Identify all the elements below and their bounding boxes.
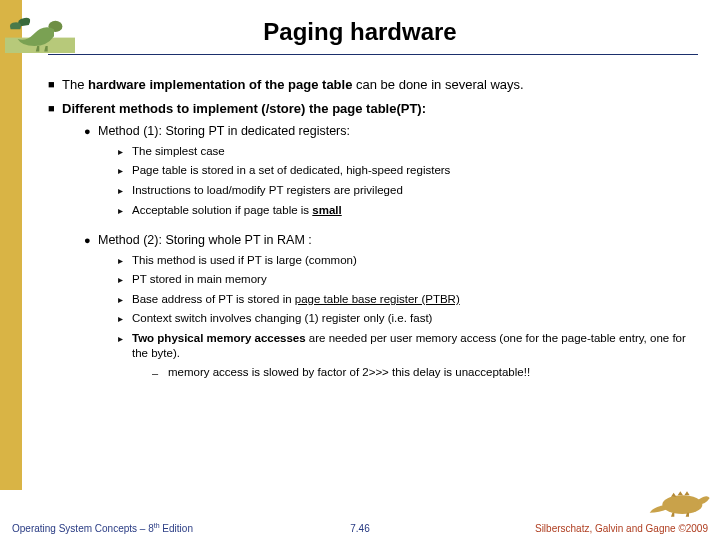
bullet-level2: ● Method (2): Storing whole PT in RAM : [84,232,696,249]
bullet-text: Context switch involves changing (1) reg… [132,311,696,327]
triangle-bullet-icon: ▸ [118,272,132,288]
bullet-text-bold: Different methods to implement (/store) … [62,100,696,118]
bullet-text: Method (1): Storing PT in dedicated regi… [98,123,696,140]
bullet-text: This method is used if PT is large (comm… [132,253,696,269]
bullet-level1: ■ The hardware implementation of the pag… [48,76,696,94]
triangle-bullet-icon: ▸ [118,331,132,362]
footer-left-pre: Operating System Concepts – 8 [12,523,154,534]
slide: Paging hardware ■ The hardware implement… [0,0,720,540]
bullet-text: memory access is slowed by factor of 2>>… [168,365,696,382]
bullet-level3: ▸ Page table is stored in a set of dedic… [118,163,696,179]
text-underline: page table base register (PTBR) [295,293,460,305]
square-bullet-icon: ■ [48,100,62,118]
triangle-bullet-icon: ▸ [118,144,132,160]
triangle-bullet-icon: ▸ [118,203,132,219]
text-run: Acceptable solution if page table is [132,204,312,216]
text-run: can be done in several ways. [352,77,523,92]
triangle-bullet-icon: ▸ [118,311,132,327]
bullet-text: Page table is stored in a set of dedicat… [132,163,696,179]
bullet-level3: ▸ Acceptable solution if page table is s… [118,203,696,219]
content-area: ■ The hardware implementation of the pag… [48,70,696,492]
left-accent-band [0,0,22,490]
dinosaur-left-icon [0,8,80,56]
footer: Operating System Concepts – 8th Edition … [0,500,720,540]
bullet-text: Instructions to load/modify PT registers… [132,183,696,199]
footer-left: Operating System Concepts – 8th Edition [12,522,193,534]
footer-page-number: 7.46 [350,523,369,534]
bullet-text: The hardware implementation of the page … [62,76,696,94]
text-bold: hardware implementation of the page tabl… [88,77,352,92]
bullet-text: PT stored in main memory [132,272,696,288]
dash-bullet-icon: – [152,365,168,382]
square-bullet-icon: ■ [48,76,62,94]
triangle-bullet-icon: ▸ [118,253,132,269]
bullet-text: Acceptable solution if page table is sma… [132,203,696,219]
bullet-level3: ▸ The simplest case [118,144,696,160]
slide-title: Paging hardware [80,18,720,46]
bullet-level3: ▸ Two physical memory accesses are neede… [118,331,696,362]
triangle-bullet-icon: ▸ [118,292,132,308]
text-bold: Two physical memory accesses [132,332,306,344]
bullet-text: Two physical memory accesses are needed … [132,331,696,362]
bullet-level4: – memory access is slowed by factor of 2… [152,365,696,382]
bullet-text: Method (2): Storing whole PT in RAM : [98,232,696,249]
bullet-level3: ▸ Instructions to load/modify PT registe… [118,183,696,199]
bullet-level2: ● Method (1): Storing PT in dedicated re… [84,123,696,140]
disc-bullet-icon: ● [84,123,98,140]
footer-copyright: Silberschatz, Galvin and Gagne ©2009 [535,523,708,534]
bullet-level3: ▸ Context switch involves changing (1) r… [118,311,696,327]
text-run: Base address of PT is stored in [132,293,295,305]
title-underline [48,54,698,55]
footer-left-post: Edition [160,523,193,534]
bullet-level3: ▸ Base address of PT is stored in page t… [118,292,696,308]
bullet-level1: ■ Different methods to implement (/store… [48,100,696,118]
bullet-text: Base address of PT is stored in page tab… [132,292,696,308]
bullet-level3: ▸ This method is used if PT is large (co… [118,253,696,269]
bullet-level3: ▸ PT stored in main memory [118,272,696,288]
title-row: Paging hardware [0,6,720,58]
text-run: The [62,77,88,92]
disc-bullet-icon: ● [84,232,98,249]
bullet-text: The simplest case [132,144,696,160]
text-underline: small [312,204,341,216]
triangle-bullet-icon: ▸ [118,183,132,199]
triangle-bullet-icon: ▸ [118,163,132,179]
